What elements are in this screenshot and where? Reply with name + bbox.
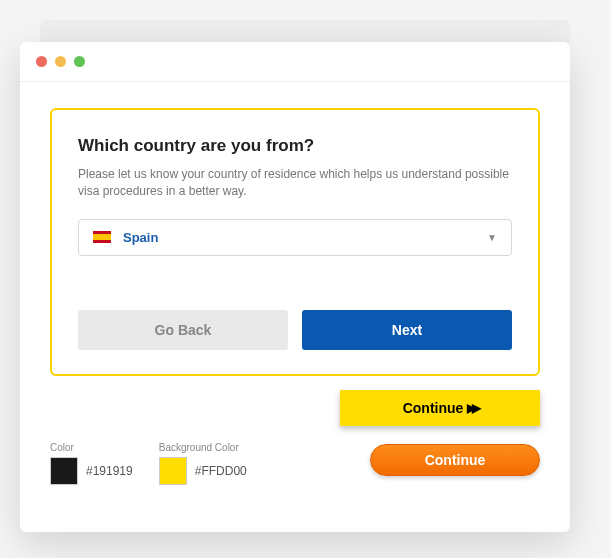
country-select[interactable]: Spain ▼ [78, 219, 512, 256]
window-minimize-icon[interactable] [55, 56, 66, 67]
titlebar [20, 42, 570, 82]
text-color-group: Color #191919 [50, 442, 133, 485]
bg-color-group: Background Color #FFDD00 [159, 442, 247, 485]
country-select-value: Spain [123, 230, 487, 245]
continue-orange-label: Continue [425, 452, 486, 468]
text-color-swatch[interactable] [50, 457, 78, 485]
chevron-down-icon: ▼ [487, 232, 497, 243]
window-close-icon[interactable] [36, 56, 47, 67]
text-color-label: Color [50, 442, 133, 453]
continue-yellow-label: Continue [403, 400, 464, 416]
app-window: Which country are you from? Please let u… [20, 42, 570, 532]
question-title: Which country are you from? [78, 136, 512, 156]
next-button[interactable]: Next [302, 310, 512, 350]
bg-color-label: Background Color [159, 442, 247, 453]
double-chevron-right-icon: ▶▶ [467, 401, 477, 415]
go-back-button[interactable]: Go Back [78, 310, 288, 350]
text-color-hex: #191919 [86, 464, 133, 478]
question-card: Which country are you from? Please let u… [50, 108, 540, 376]
continue-button-yellow[interactable]: Continue ▶▶ [340, 390, 540, 426]
bg-color-swatch[interactable] [159, 457, 187, 485]
flag-spain-icon [93, 231, 111, 243]
color-settings: Color #191919 Background Color #FFDD00 [50, 442, 247, 485]
bg-color-hex: #FFDD00 [195, 464, 247, 478]
question-description: Please let us know your country of resid… [78, 166, 512, 201]
window-zoom-icon[interactable] [74, 56, 85, 67]
continue-button-orange[interactable]: Continue [370, 444, 540, 476]
